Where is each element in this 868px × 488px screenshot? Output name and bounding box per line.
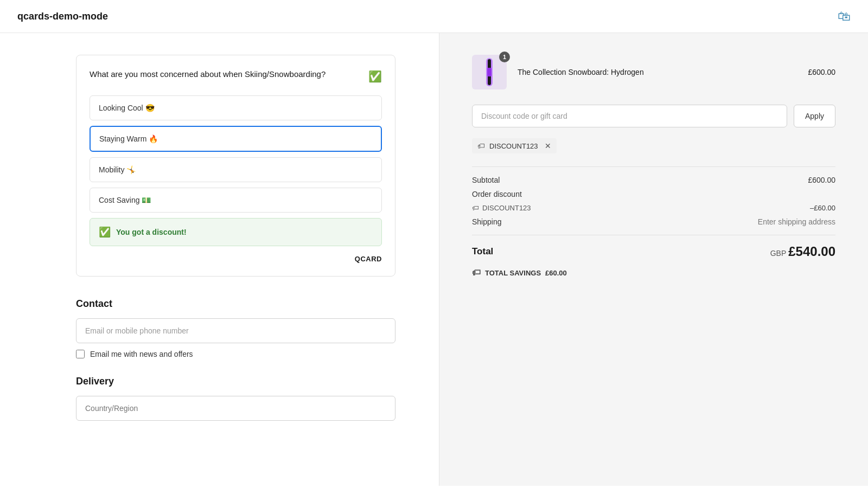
- qcard-question-text: What are you most concerned about when S…: [90, 68, 326, 81]
- left-panel: What are you most concerned about when S…: [0, 33, 439, 486]
- option-looking-cool[interactable]: Looking Cool 😎: [90, 95, 382, 120]
- option-cost-saving[interactable]: Cost Saving 💵: [90, 188, 382, 213]
- qcard-question-header: What are you most concerned about when S…: [90, 68, 382, 85]
- email-checkbox-label: Email me with news and offers: [90, 350, 193, 358]
- applied-code-text: DISCOUNT123: [489, 142, 538, 150]
- discount-amount: –£60.00: [810, 204, 835, 212]
- total-currency: GBP: [770, 249, 787, 258]
- country-input[interactable]: [76, 396, 395, 421]
- total-value: £540.00: [788, 244, 835, 259]
- shipping-value: Enter shipping address: [758, 217, 835, 226]
- subtotal-value: £600.00: [808, 176, 835, 184]
- summary-divider-1: [472, 166, 835, 167]
- qcard-widget: What are you most concerned about when S…: [76, 55, 395, 277]
- option-staying-warm[interactable]: Staying Warm 🔥: [90, 126, 382, 152]
- qcard-branding: QCARD: [90, 255, 382, 263]
- summary-divider-2: [472, 235, 835, 235]
- remove-discount-button[interactable]: ✕: [545, 142, 551, 150]
- discount-tag-icon-small: 🏷: [472, 204, 479, 212]
- product-item: 1 The Collection Snowboard: Hydrogen £60…: [472, 55, 835, 89]
- product-name: The Collection Snowboard: Hydrogen: [518, 68, 808, 76]
- savings-banner: 🏷 TOTAL SAVINGS £60.00: [472, 268, 835, 278]
- svg-rect-2: [487, 68, 492, 76]
- delivery-title: Delivery: [76, 376, 395, 387]
- total-row: Total GBP£540.00: [472, 244, 835, 259]
- order-discount-row: Order discount: [472, 190, 835, 198]
- discount-input-row: Apply: [472, 105, 835, 127]
- right-panel: 1 The Collection Snowboard: Hydrogen £60…: [439, 33, 868, 486]
- product-image-wrapper: 1: [472, 55, 507, 89]
- shipping-row: Shipping Enter shipping address: [472, 217, 835, 226]
- email-checkbox-row: Email me with news and offers: [76, 350, 395, 358]
- product-price: £600.00: [808, 68, 835, 76]
- apply-button[interactable]: Apply: [794, 105, 835, 127]
- savings-label: TOTAL SAVINGS: [485, 269, 541, 277]
- email-input[interactable]: [76, 318, 395, 343]
- site-title: qcards-demo-mode: [17, 11, 108, 22]
- header: qcards-demo-mode 🛍: [0, 0, 868, 33]
- savings-value: £60.00: [545, 269, 567, 277]
- subtotal-row: Subtotal £600.00: [472, 176, 835, 184]
- savings-icon: 🏷: [472, 268, 481, 278]
- discount-code-input[interactable]: [472, 105, 787, 127]
- contact-title: Contact: [76, 298, 395, 310]
- total-label: Total: [472, 246, 493, 257]
- discount-banner: ✅ You got a discount!: [90, 218, 382, 246]
- product-badge: 1: [499, 52, 510, 62]
- qcard-check-icon: ✅: [368, 68, 382, 85]
- discount-code-text: DISCOUNT123: [482, 204, 531, 212]
- cart-icon[interactable]: 🛍: [838, 9, 851, 24]
- option-mobility[interactable]: Mobility 🤸: [90, 157, 382, 182]
- subtotal-label: Subtotal: [472, 176, 500, 184]
- delivery-section: Delivery: [76, 376, 395, 421]
- email-checkbox[interactable]: [76, 350, 85, 358]
- discount-banner-text: You got a discount!: [116, 228, 187, 236]
- order-discount-label: Order discount: [472, 190, 522, 198]
- applied-discount-tag: 🏷 DISCOUNT123 ✕: [472, 138, 557, 153]
- discount-code-label: 🏷 DISCOUNT123: [472, 204, 531, 212]
- discount-check-icon: ✅: [99, 226, 111, 238]
- contact-section: Contact Email me with news and offers: [76, 298, 395, 358]
- shipping-label: Shipping: [472, 217, 502, 226]
- main-layout: What are you most concerned about when S…: [0, 33, 868, 486]
- total-price: GBP£540.00: [770, 244, 835, 259]
- discount-code-row: 🏷 DISCOUNT123 –£60.00: [472, 204, 835, 212]
- tag-icon: 🏷: [477, 142, 485, 150]
